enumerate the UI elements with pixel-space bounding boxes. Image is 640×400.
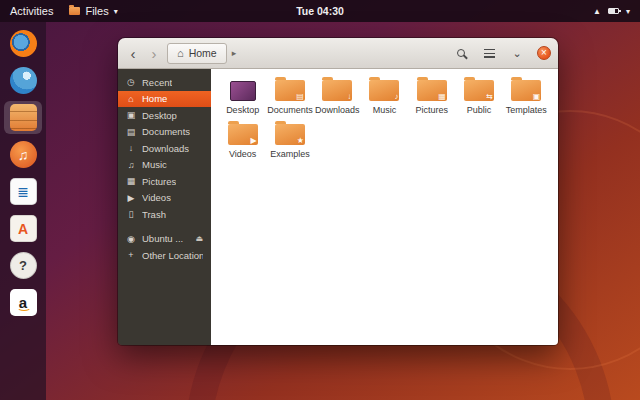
amazon-icon: a <box>10 289 37 316</box>
file-label: Documents <box>267 105 313 115</box>
dock-item-help[interactable]: ? <box>4 249 42 282</box>
help-icon: ? <box>10 252 37 279</box>
sidebar-item-other-locations[interactable]: +Other Locations <box>118 247 211 264</box>
sidebar-item-downloads[interactable]: ↓Downloads <box>118 140 211 157</box>
desktop-icon: ▣ <box>126 110 136 120</box>
view-toggle-button[interactable] <box>481 45 497 61</box>
dock-item-firefox[interactable] <box>4 27 42 60</box>
sidebar-item-pictures[interactable]: ▦Pictures <box>118 173 211 190</box>
dock-item-thunderbird[interactable] <box>4 64 42 97</box>
trash-icon: ▯ <box>126 209 136 219</box>
menu-button[interactable]: ⌄ <box>509 45 525 61</box>
sidebar-item-recent[interactable]: ◷Recent <box>118 74 211 91</box>
emblem-icon: ⇆ <box>486 92 493 101</box>
sidebar-item-label: Videos <box>142 192 171 203</box>
emblem-icon: ▦ <box>438 92 446 101</box>
dock-item-rhythmbox[interactable]: ♫ <box>4 138 42 171</box>
file-label: Public <box>467 105 492 115</box>
file-item-downloads[interactable]: ↓Downloads <box>314 80 361 115</box>
forward-button[interactable]: › <box>146 46 162 61</box>
system-status-area[interactable]: ▲ ▾ <box>593 7 630 16</box>
videos-icon: ▶ <box>126 193 136 203</box>
sidebar-item-desktop[interactable]: ▣Desktop <box>118 107 211 124</box>
folder-icon: ▦ <box>417 80 447 101</box>
folder-icon: ★ <box>275 124 305 145</box>
eject-icon[interactable]: ⏏ <box>195 234 203 243</box>
file-label: Downloads <box>315 105 360 115</box>
emblem-icon: ♪ <box>394 92 398 101</box>
top-bar: Activities Files ▾ Tue 04:30 ▲ ▾ <box>0 0 640 22</box>
dock-item-files[interactable] <box>4 101 42 134</box>
close-button[interactable]: × <box>537 46 551 60</box>
sidebar-item-music[interactable]: ♫Music <box>118 157 211 174</box>
pictures-icon: ▦ <box>126 176 136 186</box>
window-body: ◷Recent⌂Home▣Desktop▤Documents↓Downloads… <box>118 69 558 345</box>
sidebar-item-label: Music <box>142 159 167 170</box>
file-item-pictures[interactable]: ▦Pictures <box>408 80 455 115</box>
emblem-icon: ▣ <box>533 92 541 101</box>
sidebar-item-label: Pictures <box>142 176 176 187</box>
path-expander-icon[interactable]: ▸ <box>232 48 237 58</box>
file-item-templates[interactable]: ▣Templates <box>503 80 550 115</box>
network-icon: ▲ <box>593 7 601 16</box>
sidebar-item-documents[interactable]: ▤Documents <box>118 124 211 141</box>
file-item-examples[interactable]: ★Examples <box>266 124 313 159</box>
folder-icon: ▤ <box>275 80 305 101</box>
emblem-icon: ▤ <box>296 92 304 101</box>
dock-item-amazon[interactable]: a <box>4 286 42 319</box>
sidebar-item-ubuntu-volume[interactable]: ◉Ubuntu ...⏏ <box>118 231 211 248</box>
search-button[interactable] <box>453 45 469 61</box>
folder-icon: ⇆ <box>464 80 494 101</box>
dock-item-software[interactable]: A <box>4 212 42 245</box>
ubuntu-volume-icon: ◉ <box>126 234 136 244</box>
file-label: Videos <box>229 149 256 159</box>
emblem-icon: ▶ <box>250 136 256 145</box>
dock: ♫≣A?a <box>0 22 46 400</box>
recent-icon: ◷ <box>126 77 136 87</box>
file-label: Desktop <box>226 105 259 115</box>
music-icon: ♫ <box>126 160 136 170</box>
file-item-videos[interactable]: ▶Videos <box>219 124 266 159</box>
app-menu-caret-icon: ▾ <box>114 7 118 16</box>
clock[interactable]: Tue 04:30 <box>296 5 344 17</box>
app-menu-files[interactable]: Files ▾ <box>69 5 117 17</box>
headerbar: ‹ › ⌂ Home ▸ ⌄ × <box>118 38 558 69</box>
file-label: Pictures <box>416 105 449 115</box>
dock-items: ♫≣A?a <box>4 27 42 319</box>
folder-icon: ▣ <box>511 80 541 101</box>
sidebar-item-label: Home <box>142 93 167 104</box>
activities-button[interactable]: Activities <box>10 5 53 17</box>
sidebar-item-label: Ubuntu ... <box>142 233 183 244</box>
folder-icon: ▶ <box>228 124 258 145</box>
emblem-icon: ★ <box>297 136 304 145</box>
file-item-desktop[interactable]: Desktop <box>219 80 266 115</box>
battery-icon <box>608 8 619 14</box>
status-caret-icon: ▾ <box>626 7 630 16</box>
back-button[interactable]: ‹ <box>125 46 141 61</box>
file-item-music[interactable]: ♪Music <box>361 80 408 115</box>
search-icon <box>457 49 465 57</box>
emblem-icon: ↓ <box>347 92 351 101</box>
file-label: Music <box>373 105 397 115</box>
file-item-documents[interactable]: ▤Documents <box>266 80 313 115</box>
folder-icon: ♪ <box>369 80 399 101</box>
sidebar-item-videos[interactable]: ▶Videos <box>118 190 211 207</box>
home-icon: ⌂ <box>177 47 184 59</box>
app-menu-label: Files <box>85 5 108 17</box>
files-icon <box>10 104 37 131</box>
list-view-icon <box>484 49 495 58</box>
dock-item-writer[interactable]: ≣ <box>4 175 42 208</box>
path-button-home[interactable]: ⌂ Home <box>167 43 227 64</box>
sidebar-item-label: Downloads <box>142 143 189 154</box>
files-window: ‹ › ⌂ Home ▸ ⌄ × ◷Recent⌂Home▣Desktop▤Do… <box>118 38 558 345</box>
sidebar-item-label: Documents <box>142 126 190 137</box>
thunderbird-icon <box>10 67 37 94</box>
file-label: Examples <box>270 149 310 159</box>
sidebar: ◷Recent⌂Home▣Desktop▤Documents↓Downloads… <box>118 69 211 345</box>
sidebar-item-home[interactable]: ⌂Home <box>118 91 211 108</box>
file-item-public[interactable]: ⇆Public <box>455 80 502 115</box>
sidebar-item-trash[interactable]: ▯Trash <box>118 206 211 223</box>
file-label: Templates <box>506 105 547 115</box>
sidebar-item-label: Other Locations <box>142 250 203 261</box>
folder-icon: ↓ <box>322 80 352 101</box>
